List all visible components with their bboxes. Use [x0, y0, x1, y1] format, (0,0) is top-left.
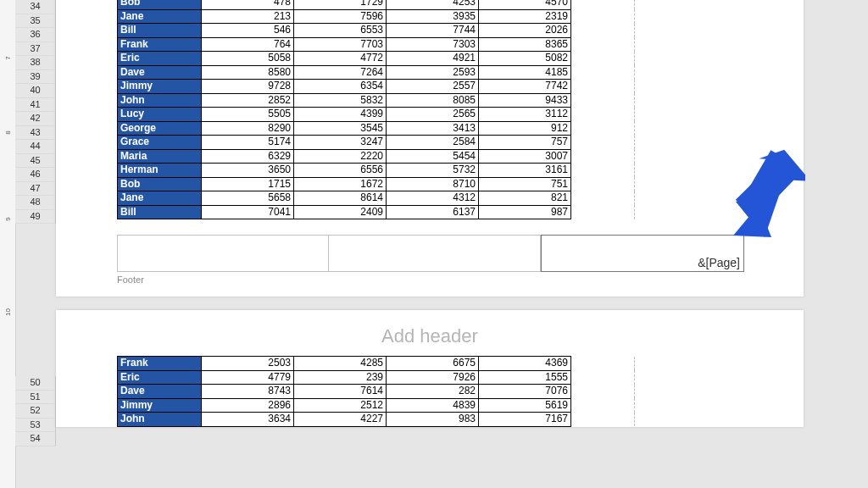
row-header[interactable]: 49: [15, 210, 56, 225]
table-row[interactable]: Dave874376142827076: [118, 385, 635, 399]
row-header[interactable]: 42: [15, 112, 56, 126]
value-cell[interactable]: 1555: [479, 370, 571, 385]
table-row[interactable]: John363442279837167: [118, 413, 635, 427]
value-cell[interactable]: 3007: [479, 149, 571, 164]
value-cell[interactable]: 987: [479, 205, 571, 219]
value-cell[interactable]: 5619: [479, 398, 571, 413]
table-row[interactable]: Frank764770373038365: [118, 37, 635, 52]
value-cell[interactable]: 1715: [202, 177, 294, 191]
value-cell[interactable]: 7303: [387, 37, 479, 52]
name-cell[interactable]: Maria: [118, 149, 202, 164]
value-cell[interactable]: 3545: [294, 121, 387, 136]
empty-cell[interactable]: [571, 191, 635, 206]
value-cell[interactable]: 4839: [387, 398, 479, 413]
value-cell[interactable]: 4772: [294, 52, 387, 66]
table-row[interactable]: Bob171516728710751: [118, 177, 635, 191]
name-cell[interactable]: John: [118, 93, 202, 108]
empty-cell[interactable]: [571, 108, 635, 122]
empty-cell[interactable]: [571, 398, 635, 413]
table-row[interactable]: George829035453413912: [118, 121, 635, 136]
row-header[interactable]: 48: [15, 196, 56, 210]
table-row[interactable]: Lucy5505439925653112: [118, 108, 635, 122]
name-cell[interactable]: Bob: [118, 177, 202, 191]
name-cell[interactable]: Eric: [118, 370, 202, 385]
name-cell[interactable]: Bill: [118, 205, 202, 219]
name-cell[interactable]: Lucy: [118, 108, 202, 122]
value-cell[interactable]: 2557: [387, 80, 479, 94]
value-cell[interactable]: 3634: [202, 413, 294, 427]
value-cell[interactable]: 4570: [479, 0, 571, 9]
value-cell[interactable]: 9728: [202, 80, 294, 94]
value-cell[interactable]: 5505: [202, 108, 294, 122]
row-header[interactable]: 37: [15, 42, 56, 57]
value-cell[interactable]: 8710: [387, 177, 479, 191]
value-cell[interactable]: 764: [202, 37, 294, 52]
value-cell[interactable]: 757: [479, 136, 571, 150]
empty-cell[interactable]: [571, 413, 635, 427]
footer-left-box[interactable]: [117, 235, 329, 272]
value-cell[interactable]: 8365: [479, 37, 571, 52]
empty-cell[interactable]: [571, 93, 635, 108]
empty-cell[interactable]: [571, 65, 635, 80]
value-cell[interactable]: 4285: [294, 357, 387, 371]
value-cell[interactable]: 5832: [294, 93, 387, 108]
row-header[interactable]: 46: [15, 168, 56, 182]
empty-cell[interactable]: [571, 164, 635, 178]
value-cell[interactable]: 2852: [202, 93, 294, 108]
value-cell[interactable]: 6354: [294, 80, 387, 94]
worksheet-page-1[interactable]: Bob478172942534570Jane213759639352319Bil…: [56, 0, 804, 297]
table-row[interactable]: Herman3650655657323161: [118, 164, 635, 178]
row-header[interactable]: 53: [15, 419, 56, 433]
value-cell[interactable]: 8743: [202, 385, 294, 399]
row-header[interactable]: 51: [15, 391, 56, 405]
value-cell[interactable]: 6675: [387, 357, 479, 371]
table-row[interactable]: Eric477923979261555: [118, 370, 635, 385]
value-cell[interactable]: 4779: [202, 370, 294, 385]
value-cell[interactable]: 2565: [387, 108, 479, 122]
row-header[interactable]: 38: [15, 56, 56, 70]
table-row[interactable]: John2852583280859433: [118, 93, 635, 108]
table-row[interactable]: Bill546655377442026: [118, 24, 635, 38]
value-cell[interactable]: 4312: [387, 191, 479, 206]
value-cell[interactable]: 7926: [387, 370, 479, 385]
data-table-page-1[interactable]: Bob478172942534570Jane213759639352319Bil…: [117, 0, 635, 219]
row-header[interactable]: 44: [15, 140, 56, 154]
value-cell[interactable]: 5082: [479, 52, 571, 66]
value-cell[interactable]: 546: [202, 24, 294, 38]
value-cell[interactable]: 2896: [202, 398, 294, 413]
empty-cell[interactable]: [571, 149, 635, 164]
value-cell[interactable]: 3650: [202, 164, 294, 178]
value-cell[interactable]: 5174: [202, 136, 294, 150]
empty-cell[interactable]: [571, 136, 635, 150]
row-header[interactable]: 41: [15, 98, 56, 113]
value-cell[interactable]: 3413: [387, 121, 479, 136]
empty-cell[interactable]: [571, 80, 635, 94]
value-cell[interactable]: 7703: [294, 37, 387, 52]
value-cell[interactable]: 7264: [294, 65, 387, 80]
row-header[interactable]: 45: [15, 154, 56, 169]
value-cell[interactable]: 4185: [479, 65, 571, 80]
value-cell[interactable]: 7167: [479, 413, 571, 427]
value-cell[interactable]: 3112: [479, 108, 571, 122]
empty-cell[interactable]: [571, 177, 635, 191]
value-cell[interactable]: 4399: [294, 108, 387, 122]
value-cell[interactable]: 4921: [387, 52, 479, 66]
value-cell[interactable]: 821: [479, 191, 571, 206]
value-cell[interactable]: 7596: [294, 9, 387, 24]
footer-zone[interactable]: &[Page] Footer: [117, 235, 744, 285]
name-cell[interactable]: Frank: [118, 357, 202, 371]
value-cell[interactable]: 8290: [202, 121, 294, 136]
name-cell[interactable]: Jimmy: [118, 398, 202, 413]
empty-cell[interactable]: [571, 37, 635, 52]
empty-cell[interactable]: [571, 205, 635, 219]
page-area[interactable]: Bob478172942534570Jane213759639352319Bil…: [56, 0, 810, 427]
table-row[interactable]: Jane565886144312821: [118, 191, 635, 206]
table-row[interactable]: Jane213759639352319: [118, 9, 635, 24]
value-cell[interactable]: 751: [479, 177, 571, 191]
name-cell[interactable]: John: [118, 413, 202, 427]
row-header[interactable]: 54: [15, 432, 56, 446]
row-header[interactable]: 34: [15, 0, 56, 14]
row-header[interactable]: 47: [15, 182, 56, 197]
value-cell[interactable]: 6556: [294, 164, 387, 178]
value-cell[interactable]: 3935: [387, 9, 479, 24]
